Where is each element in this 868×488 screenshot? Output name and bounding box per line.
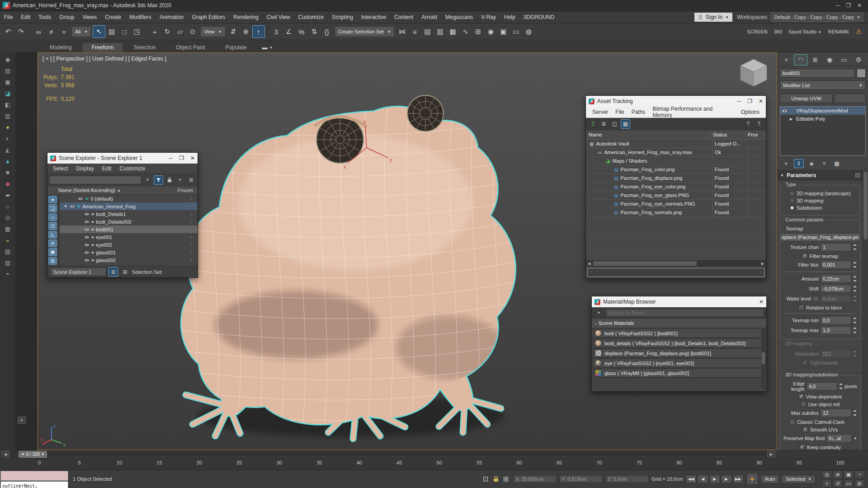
layer-manager-button[interactable]: ▤ [421,25,434,38]
radio-subdivision[interactable] [789,205,795,211]
left-tool-icon[interactable]: ◉ [3,55,12,63]
frozen-toggle[interactable]: ▪ [191,227,192,232]
angle-snap-button[interactable]: ∠ [283,25,295,38]
select-and-move-button[interactable]: + [148,25,161,38]
menu-item[interactable]: Group [55,11,78,23]
auto-key-button[interactable]: Auto [761,475,779,483]
scene-explorer-menu-item[interactable]: Edit [99,165,115,172]
modifier-stack-row[interactable]: VRayDisplacementMod [780,107,865,115]
texture-channel-field[interactable]: 1 [821,243,851,251]
ribbon-toggle-button[interactable]: ▦ [447,25,459,38]
redo-button[interactable]: ↷ [14,25,27,38]
scene-row[interactable]: ● glass002 ▪ [60,256,198,264]
filter-cameras-icon[interactable]: ◫ [48,222,57,230]
configure-modifier-sets-button[interactable]: ▦ [832,159,842,168]
make-unique-button[interactable]: ◈ [807,159,816,168]
material-editor-button[interactable]: ◉ [485,25,497,38]
spinner[interactable] [853,262,857,268]
filter-helpers-icon[interactable]: ◺ [48,231,57,239]
proxy-column-header[interactable]: Prox [746,130,766,139]
name-column-header[interactable]: Name [586,130,711,139]
create-tab[interactable]: + [779,54,793,66]
rename-button[interactable]: RENAME [828,29,849,34]
bitmap-performance-icon[interactable]: ◫ [610,119,619,129]
left-tool-icon[interactable]: ▧ [3,247,12,255]
viewport-label[interactable]: [ + ] [ Perspective ] [ User Defined ] [… [42,56,166,62]
scene-row[interactable]: ≋ 0 (default) ▪ [60,195,198,202]
texmap-button[interactable]: splace (Pacman_Frog_displace.pn [779,233,860,241]
visibility-eye-icon[interactable] [78,197,83,201]
layers-icon[interactable]: ≣ [186,175,196,185]
lock-icon[interactable] [165,175,174,185]
left-tool-icon[interactable]: ■ [3,168,12,176]
horizontal-scrollbar[interactable]: ◀▶ [586,260,766,267]
utilities-tab[interactable]: ⚙ [852,54,865,66]
panel-scrollbar[interactable] [863,171,868,450]
align-button[interactable]: ≡ [409,25,421,38]
close-button[interactable]: ✕ [759,98,763,104]
object-name-field[interactable] [780,69,855,78]
menu-item[interactable]: Megascans [441,11,477,23]
named-selection-sets-button[interactable]: {} [321,25,333,38]
filter-spacewarps-icon[interactable]: ≋ [48,239,57,247]
visibility-eye-icon[interactable] [84,258,90,262]
asset-tracking-menu-item[interactable]: File [612,109,627,115]
curve-editor-button[interactable]: ∿ [459,25,472,38]
left-tool-icon[interactable]: ◆ [3,179,12,188]
left-tool-icon[interactable]: ◧ [3,100,12,108]
field-of-view-button[interactable]: ◔ [854,470,864,479]
use-selection-center-button[interactable]: ⊕ [240,25,252,38]
asset-tracking-menu-item[interactable]: Paths [628,109,649,115]
viewport-tab-arrow[interactable]: ▾ [18,417,26,424]
scene-row[interactable]: ● bodi_Details1 ▪ [60,210,198,218]
spinner[interactable] [853,276,857,282]
keep-continuity-checkbox[interactable]: ✓ [799,444,805,450]
left-tool-icon[interactable]: ☼ [3,202,12,210]
time-slider-handle[interactable]: ◀0 / 100▶ [19,451,47,458]
previous-frame-button[interactable]: ◀ [698,475,708,483]
asset-row[interactable]: ◪Maps / Shaders [586,157,766,165]
asset-row[interactable]: ▤Pacman_Frog_eye_color.png Found [586,183,766,191]
use-object-mtl-checkbox[interactable] [801,401,807,407]
asset-command-field[interactable] [587,268,764,277]
render-setup-button[interactable]: ▣ [497,25,510,38]
material-row[interactable]: displace (Pacman_Frog_displace.png) [bod… [593,348,765,358]
menu-item[interactable]: Views [78,11,101,23]
z-coordinate-field[interactable]: Z:0,0cm [605,475,649,483]
texmap-min-field[interactable]: 0,0 [821,316,851,324]
object-color-swatch[interactable] [857,69,866,78]
spinner[interactable] [853,244,857,250]
menu-item[interactable]: Modifiers [125,11,156,23]
left-tool-icon[interactable]: ◎ [3,213,12,221]
spinner-snap-button[interactable]: ⇅ [308,25,321,38]
grid-mode-icon[interactable]: ⊞ [120,267,130,277]
maxscript-mini-listener[interactable]: outlinerNest, [0,470,69,488]
amount-field[interactable]: 0,22cm [821,275,851,283]
selection-lock-icon[interactable] [493,476,499,482]
material-row[interactable]: bodi ( VRayFastSSS2 ) [bodi001] [593,328,765,338]
absolute-offset-toggle[interactable]: ⊞ [501,475,510,483]
x-coordinate-field[interactable]: X:25,655cm [513,475,557,483]
go-to-start-button[interactable]: ◀◀ [686,475,697,483]
scene-explorer-toggle-button[interactable]: ▥ [434,25,447,38]
menu-item[interactable]: Rendering [229,11,262,23]
clear-search-icon[interactable]: × [143,175,152,185]
zoom-all-button[interactable]: ⊕ [833,470,843,479]
slider-left-arrow[interactable]: ◀ [1,450,9,458]
tab-modeling[interactable]: Modeling [41,43,81,52]
left-tool-icon[interactable]: ▲ [3,157,12,165]
window-crossing-button[interactable]: ◳ [131,25,143,38]
modify-tab[interactable]: ◠ [794,54,807,66]
select-object-button[interactable]: ↖ [93,25,105,38]
context-help-icon[interactable]: ? [754,119,764,129]
view-cube[interactable] [737,56,770,90]
relative-to-bbox-checkbox[interactable] [798,305,804,310]
visibility-eye-icon[interactable] [84,220,90,224]
scene-search-input[interactable] [49,176,142,184]
asset-tracking-menu-item[interactable]: Options [737,109,763,115]
scene-row[interactable]: ● eye002 ▪ [60,241,198,249]
mirror-button[interactable]: ⋈ [396,25,409,38]
viewport-config-button[interactable]: ⊞ [854,479,864,488]
add-icon[interactable]: + [175,175,185,185]
orbit-button[interactable]: ↺ [833,479,843,488]
